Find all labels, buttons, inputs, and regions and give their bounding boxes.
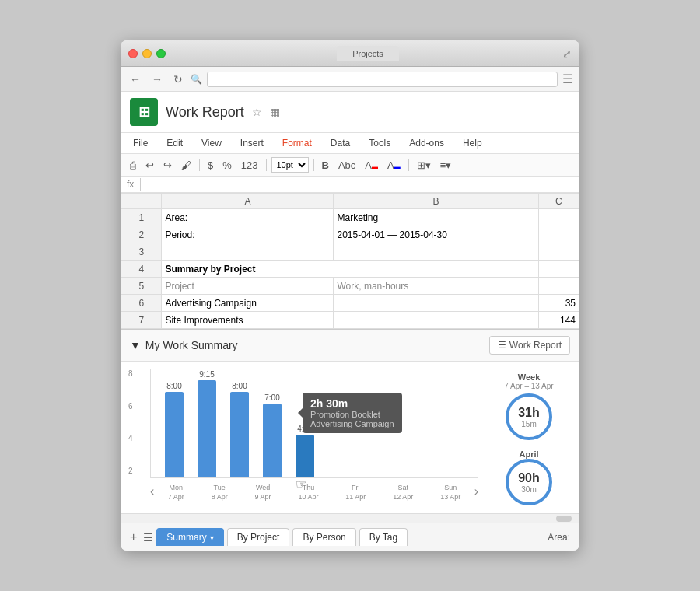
table-row: 4 Summary by Project bbox=[121, 261, 579, 278]
cell-a6[interactable]: Advertising Campaign bbox=[162, 295, 334, 312]
close-button[interactable] bbox=[128, 49, 138, 58]
menu-insert[interactable]: Insert bbox=[237, 136, 267, 150]
forward-button[interactable]: → bbox=[149, 72, 166, 87]
star-icon[interactable]: ☆ bbox=[252, 106, 262, 118]
add-sheet-button[interactable]: + bbox=[127, 529, 140, 546]
cell-a2[interactable]: Period: bbox=[162, 226, 334, 243]
maximize-button[interactable] bbox=[156, 49, 166, 58]
bar-chart: 2 4 6 8 2h 30m Promotion Booklet Adverti… bbox=[128, 369, 478, 505]
minimize-button[interactable] bbox=[142, 49, 152, 58]
browser-tab[interactable]: Projects bbox=[337, 46, 399, 61]
nav-bar: ← → ↻ 🔍 ☰ bbox=[121, 67, 579, 92]
col-header-a[interactable]: A bbox=[162, 194, 334, 209]
dollar-button[interactable]: $ bbox=[205, 158, 216, 173]
work-report-button[interactable]: ☰ Work Report bbox=[489, 336, 570, 355]
tab-by-tag[interactable]: By Tag bbox=[359, 528, 408, 546]
borders-button[interactable]: ⊞▾ bbox=[414, 158, 434, 173]
right-panel: Week 7 Apr – 13 Apr 31h 15m April 90h 30… bbox=[486, 369, 572, 505]
bar-label-wed: 8:00 bbox=[232, 382, 247, 390]
menu-help[interactable]: Help bbox=[460, 136, 485, 150]
y-label-4: 4 bbox=[128, 434, 133, 442]
cell-c7[interactable]: 144 bbox=[538, 312, 579, 329]
expand-icon[interactable]: ⤢ bbox=[562, 47, 572, 60]
align-button[interactable]: ≡▾ bbox=[437, 158, 455, 173]
refresh-button[interactable]: ↻ bbox=[170, 72, 186, 87]
bar-thu[interactable]: 7:00 bbox=[257, 393, 288, 477]
sheets-icon: ⊞ bbox=[138, 103, 150, 121]
list-icon: ☰ bbox=[498, 340, 506, 351]
cell-b7[interactable] bbox=[334, 312, 538, 329]
bar-mon[interactable]: 8:00 bbox=[159, 382, 190, 477]
cell-c6[interactable]: 35 bbox=[538, 295, 579, 312]
bar-sun[interactable] bbox=[355, 476, 386, 477]
address-bar[interactable] bbox=[207, 72, 558, 87]
cell-a1[interactable]: Area: bbox=[162, 209, 334, 226]
cell-a4[interactable]: Summary by Project bbox=[162, 261, 538, 278]
bar-wed[interactable]: 8:00 bbox=[224, 382, 255, 477]
horizontal-scrollbar[interactable] bbox=[121, 513, 579, 523]
cell-b1[interactable]: Marketing bbox=[334, 209, 538, 226]
menu-addons[interactable]: Add-ons bbox=[406, 136, 447, 150]
cell-a7[interactable]: Site Improvements bbox=[162, 312, 334, 329]
scrollbar-thumb[interactable] bbox=[556, 516, 572, 522]
abc-button[interactable]: Abc bbox=[335, 158, 359, 173]
tab-by-person[interactable]: By Person bbox=[292, 528, 355, 546]
redo-button[interactable]: ↪ bbox=[160, 158, 175, 173]
number-format-button[interactable]: 123 bbox=[238, 158, 261, 173]
cell-c4[interactable] bbox=[538, 261, 579, 278]
menu-file[interactable]: File bbox=[130, 136, 151, 150]
cell-c3[interactable] bbox=[538, 243, 579, 261]
col-header-b[interactable]: B bbox=[334, 194, 538, 209]
bar-tue[interactable]: 9:15 bbox=[191, 370, 222, 477]
menu-data[interactable]: Data bbox=[327, 136, 353, 150]
cell-b6[interactable] bbox=[334, 295, 538, 312]
back-button[interactable]: ← bbox=[127, 72, 144, 87]
cell-b2[interactable]: 2015-04-01 — 2015-04-30 bbox=[334, 226, 538, 243]
summary-section: ▼ My Work Summary ☰ Work Report 2 4 6 8 bbox=[121, 329, 579, 513]
percent-button[interactable]: % bbox=[219, 158, 235, 173]
bar-wed-bar bbox=[230, 392, 249, 477]
cell-a5[interactable]: Project bbox=[162, 278, 334, 295]
divider4 bbox=[408, 159, 409, 171]
menu-icon[interactable]: ☰ bbox=[562, 72, 573, 86]
divider2 bbox=[266, 159, 267, 171]
app-icon: ⊞ bbox=[130, 98, 158, 126]
menu-tools[interactable]: Tools bbox=[366, 136, 394, 150]
folder-icon[interactable]: ▦ bbox=[270, 106, 280, 118]
tab-summary[interactable]: Summary ▾ bbox=[156, 528, 223, 546]
by-project-tab-label: By Project bbox=[237, 532, 280, 543]
cell-c1[interactable] bbox=[538, 209, 579, 226]
area-prefix: Area: bbox=[548, 532, 570, 543]
col-header-c[interactable]: C bbox=[538, 194, 579, 209]
font-size-select[interactable]: 10pt bbox=[271, 157, 309, 173]
tab-bar: Projects bbox=[173, 46, 562, 61]
row-num-2: 2 bbox=[121, 226, 162, 243]
cell-a3[interactable] bbox=[162, 243, 334, 261]
bold-button[interactable]: B bbox=[319, 158, 332, 173]
undo-button[interactable]: ↩ bbox=[142, 158, 157, 173]
tab-by-project[interactable]: By Project bbox=[227, 528, 290, 546]
bar-sat[interactable] bbox=[322, 476, 353, 477]
cell-b5[interactable]: Work, man-hours bbox=[334, 278, 538, 295]
bar-thu-bar bbox=[263, 404, 282, 477]
paint-button[interactable]: 🖌 bbox=[178, 158, 194, 173]
menu-edit[interactable]: Edit bbox=[163, 136, 186, 150]
font-color-button[interactable]: A▬ bbox=[362, 158, 381, 173]
menu-format[interactable]: Format bbox=[279, 136, 315, 150]
col-header-row bbox=[121, 194, 162, 209]
chart-next-button[interactable]: › bbox=[474, 484, 478, 498]
toggle-icon[interactable]: ▼ bbox=[130, 339, 141, 351]
menu-view[interactable]: View bbox=[198, 136, 225, 150]
cell-c5[interactable] bbox=[538, 278, 579, 295]
sheet-list-button[interactable]: ☰ bbox=[143, 531, 153, 544]
formula-input[interactable] bbox=[147, 179, 573, 190]
cell-b3[interactable] bbox=[334, 243, 538, 261]
print-button[interactable]: ⎙ bbox=[127, 158, 139, 173]
y-label-8: 8 bbox=[128, 369, 133, 378]
by-tag-tab-label: By Tag bbox=[369, 532, 397, 543]
text-color-button[interactable]: A▬ bbox=[384, 158, 404, 173]
summary-tab-label: Summary bbox=[166, 532, 206, 543]
spreadsheet-grid: A B C 1 Area: Marketing 2 Period: 2015-0… bbox=[121, 193, 579, 329]
row-num-3: 3 bbox=[121, 243, 162, 261]
cell-c2[interactable] bbox=[538, 226, 579, 243]
